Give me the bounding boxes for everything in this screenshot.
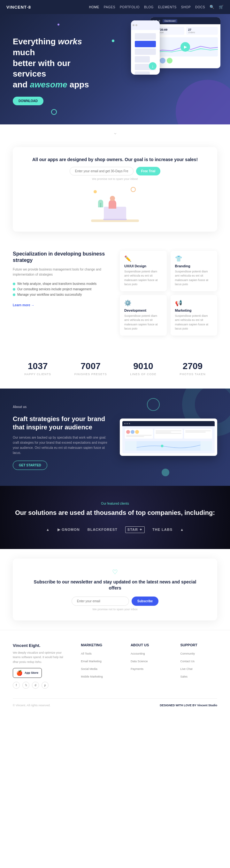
- footer-link-mobile-marketing[interactable]: Mobile Marketing: [81, 675, 103, 678]
- footer-link-community[interactable]: Community: [180, 652, 195, 655]
- heart-icon: ♡: [32, 568, 198, 576]
- cart-icon[interactable]: 🛒: [219, 5, 224, 9]
- footer-top: Vincent Eight. We deeply visualize and o…: [13, 643, 217, 689]
- subscribe-form: Subscribe: [32, 596, 198, 606]
- footer-link-livechat[interactable]: Live Chat: [180, 668, 192, 671]
- social-pinterest[interactable]: p: [41, 682, 49, 689]
- feature-list-text-3: Manage your workflow and tasks successfu…: [17, 293, 82, 296]
- about-tag: About us: [13, 404, 110, 410]
- dash-dot-3: [159, 20, 160, 22]
- get-started-button[interactable]: GET STARTED: [13, 461, 47, 470]
- footer-link-payments[interactable]: Payments: [131, 668, 143, 671]
- mini-avatar-2: [131, 430, 135, 434]
- social-facebook[interactable]: f: [13, 682, 20, 689]
- footer-link-data-science[interactable]: Data Science: [131, 660, 148, 663]
- email-heading: All our apps are designed by shop owners…: [26, 157, 204, 163]
- bullet-2: [13, 288, 15, 290]
- features-left: Specialization in developing business st…: [13, 251, 110, 336]
- illus-desk-base: [103, 219, 127, 220]
- subscribe-button[interactable]: Subscribe: [132, 596, 159, 606]
- footer-link-alltools[interactable]: All Tools: [81, 652, 91, 655]
- copyright-text: © Vincent. All rights reserved.: [13, 704, 51, 707]
- phone-row-4: [135, 56, 150, 63]
- clients-tag: Our featured clients: [13, 502, 217, 505]
- feature-list-item-3: Manage your workflow and tasks successfu…: [13, 292, 110, 297]
- feature-list-text-1: We help analyze, shape and transform bus…: [17, 282, 96, 285]
- subscribe-email-input[interactable]: [71, 596, 129, 606]
- text-line-1: [126, 435, 152, 436]
- phone-row-2: [135, 41, 156, 47]
- hero-text-3: apps: [67, 80, 89, 89]
- footer-link-social-media[interactable]: Social Media: [81, 668, 97, 671]
- text-line-3: [155, 430, 181, 431]
- stat-num-2: 7007: [75, 361, 107, 371]
- client-logo-5: THE LABS: [152, 528, 173, 531]
- phone-row-1: [135, 33, 156, 39]
- stats-section: 1037 HAPPY CLIENTS 7007 FINISHES PRESETS…: [0, 348, 230, 389]
- illus-stem: [100, 203, 101, 207]
- branding-icon: 👕: [175, 255, 213, 262]
- text-line-5: [155, 433, 181, 434]
- feature-card-marketing: 📢 Marketing Suspendisse potenti diam ami…: [171, 295, 218, 336]
- text-line-2: [126, 436, 144, 437]
- footer-col-marketing-heading: MARKETING: [81, 643, 118, 647]
- screen-map: [125, 441, 212, 451]
- nav-shop[interactable]: SHOP: [181, 5, 191, 9]
- nav-docs[interactable]: DOCS: [195, 5, 205, 9]
- social-dribbble[interactable]: d: [32, 682, 39, 689]
- client-logo-6: ▲: [180, 528, 184, 531]
- hero-text-1: Everything: [13, 37, 58, 46]
- footer-about-links: Accounting Data Science Payments: [131, 650, 168, 671]
- appstore-badge[interactable]: 🍎 App Store: [13, 668, 42, 678]
- nav-home[interactable]: HOME: [89, 5, 99, 9]
- clients-heading: Our solutions are used at thousands of t…: [13, 508, 217, 517]
- avatar-3: [167, 58, 173, 63]
- marketing-icon: 📢: [175, 300, 213, 307]
- hero-dashboard-mockup: Dashboard $3,720.69 Revenue 27 Orders ▶: [150, 17, 221, 68]
- social-twitter[interactable]: 𝕏: [22, 682, 29, 689]
- nav-pages[interactable]: PAGES: [104, 5, 115, 9]
- laptop-mockup: [120, 418, 217, 456]
- footer-link-email-marketing[interactable]: Email Marketing: [81, 660, 102, 663]
- nav-logo[interactable]: VINCENT·8: [6, 5, 31, 9]
- promise-text: We promise not to spam your inbox!: [26, 177, 204, 181]
- email-input[interactable]: [69, 167, 134, 176]
- hero-italic: works: [58, 37, 82, 46]
- client-logo-4: STAR ✦: [125, 526, 145, 533]
- phone-dot-1: [133, 24, 135, 26]
- stat-lines: 9010 LINES OF CODE: [130, 361, 156, 376]
- ux-icon: ✏️: [124, 255, 162, 262]
- nav-blog[interactable]: BLOG: [144, 5, 154, 9]
- free-trial-button[interactable]: Free Trial: [136, 167, 161, 176]
- hero-dot-1: [57, 24, 59, 26]
- marketing-desc: Suspendisse potenti diam ami vehicula eu…: [175, 314, 213, 331]
- phone-dot-2: [136, 24, 137, 26]
- screen-dot-3: [129, 423, 130, 424]
- text-line-6: [185, 430, 211, 431]
- illus-person-head: [110, 196, 115, 201]
- nav-portfolio[interactable]: PORTFOLIO: [120, 5, 140, 9]
- nav-elements[interactable]: ELEMENTS: [158, 5, 177, 9]
- stat-presets: 7007 FINISHES PRESETS: [75, 361, 107, 376]
- svg-point-1: [161, 445, 164, 447]
- navbar: VINCENT·8 HOME PAGES PORTFOLIO BLOG ELEM…: [0, 0, 230, 14]
- laptop-screen: [122, 421, 215, 453]
- footer-link-accounting[interactable]: Accounting: [131, 652, 145, 655]
- hero-circle-purple: [176, 80, 230, 124]
- mini-avatar-3: [135, 430, 139, 434]
- client-logo-1: ▲: [46, 528, 50, 531]
- play-button[interactable]: ▶: [180, 42, 190, 52]
- footer-link-contact[interactable]: Contact Us: [180, 660, 195, 663]
- dash-stat-label-2: Orders: [188, 31, 216, 33]
- text-line-4: [155, 432, 171, 433]
- footer-link-sales[interactable]: Sales: [180, 675, 188, 678]
- learn-more-link[interactable]: Learn more →: [13, 303, 34, 307]
- clients-section: Our featured clients Our solutions are u…: [0, 486, 230, 549]
- hero-cta-button[interactable]: DOWNLOAD: [13, 97, 44, 105]
- features-section: Specialization in developing business st…: [0, 238, 230, 348]
- dash-stat-value-2: 27: [188, 28, 216, 31]
- chevron-down-icon: ⌄: [113, 130, 117, 135]
- search-icon[interactable]: 🔍: [209, 5, 214, 9]
- email-form: Free Trial: [26, 167, 204, 176]
- subscribe-promise: We promise not to spam your inbox: [32, 608, 198, 611]
